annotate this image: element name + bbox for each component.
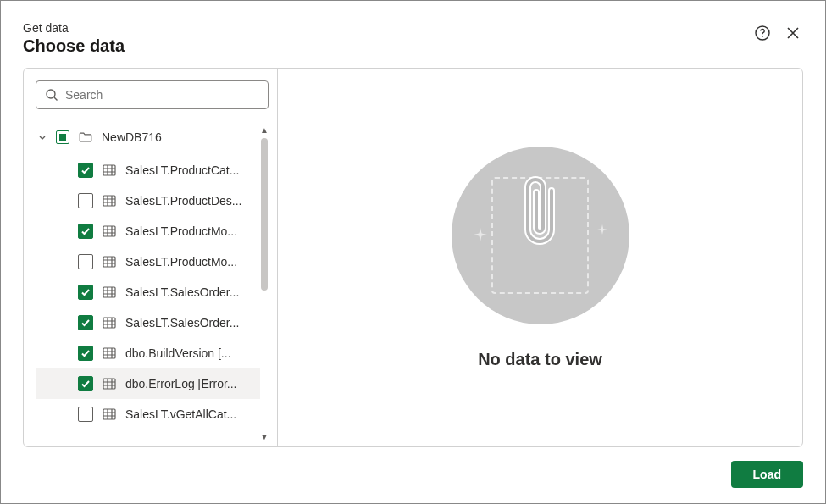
- svg-rect-3: [103, 165, 115, 175]
- svg-rect-11: [103, 409, 115, 419]
- page-title: Choose data: [23, 36, 125, 56]
- table-icon: [102, 376, 117, 391]
- tree-item[interactable]: SalesLT.vGetAllCat...: [36, 399, 260, 429]
- dialog-body: NewDB716 SalesLT.ProductCat...SalesLT.Pr…: [23, 68, 803, 447]
- tree-item[interactable]: SalesLT.ProductMo...: [36, 246, 260, 277]
- svg-point-2: [47, 90, 55, 98]
- checkbox[interactable]: [78, 254, 93, 269]
- dialog-header: Get data Choose data: [23, 21, 803, 56]
- preview-pane: No data to view: [278, 69, 802, 446]
- table-icon: [102, 224, 117, 239]
- svg-rect-5: [103, 226, 115, 236]
- tree-item-label: SalesLT.SalesOrder...: [125, 316, 239, 330]
- empty-state-graphic: [452, 147, 629, 324]
- svg-rect-7: [103, 287, 115, 297]
- checkbox-indeterminate[interactable]: [56, 130, 69, 144]
- tree-inner: NewDB716 SalesLT.ProductCat...SalesLT.Pr…: [36, 125, 260, 441]
- svg-rect-4: [103, 196, 115, 206]
- object-tree: NewDB716 SalesLT.ProductCat...SalesLT.Pr…: [36, 125, 269, 441]
- table-icon: [102, 315, 117, 330]
- close-icon: [785, 25, 801, 41]
- folder-icon: [78, 130, 93, 145]
- table-icon: [102, 346, 117, 361]
- dialog-footer: Load: [23, 461, 803, 488]
- checkbox[interactable]: [78, 407, 93, 422]
- tree-item[interactable]: SalesLT.SalesOrder...: [36, 307, 260, 338]
- scroll-thumb[interactable]: [261, 138, 268, 291]
- svg-rect-8: [103, 318, 115, 328]
- table-icon: [102, 407, 117, 422]
- scrollbar[interactable]: ▲ ▼: [260, 125, 269, 441]
- help-icon: [754, 25, 771, 42]
- navigator-pane: NewDB716 SalesLT.ProductCat...SalesLT.Pr…: [24, 69, 278, 446]
- scroll-down-arrow-icon[interactable]: ▼: [260, 433, 269, 441]
- tree-item-label: SalesLT.SalesOrder...: [125, 285, 239, 299]
- search-icon: [45, 88, 58, 102]
- svg-rect-6: [103, 257, 115, 267]
- sparkle-icon: [597, 224, 607, 235]
- header-actions: [752, 23, 803, 43]
- chevron-down-icon: [37, 132, 47, 142]
- checkbox[interactable]: [78, 193, 93, 208]
- checkbox[interactable]: [78, 315, 93, 330]
- tree-item[interactable]: SalesLT.ProductDes...: [36, 186, 260, 216]
- tree-item-label: dbo.BuildVersion [...: [125, 346, 231, 360]
- tree-root-label: NewDB716: [102, 130, 162, 144]
- svg-rect-10: [103, 379, 115, 389]
- tree-item-label: SalesLT.ProductMo...: [125, 224, 237, 238]
- tree-root-row[interactable]: NewDB716: [36, 125, 260, 150]
- close-button[interactable]: [783, 23, 803, 43]
- supertitle: Get data: [23, 21, 125, 35]
- search-box[interactable]: [36, 80, 269, 109]
- checkbox[interactable]: [78, 346, 93, 361]
- sparkle-icon: [474, 228, 487, 241]
- scroll-up-arrow-icon[interactable]: ▲: [260, 126, 269, 135]
- svg-point-1: [762, 36, 762, 37]
- checkbox[interactable]: [78, 376, 93, 391]
- tree-item-label: SalesLT.vGetAllCat...: [125, 407, 236, 421]
- table-icon: [102, 254, 117, 269]
- load-button[interactable]: Load: [731, 461, 803, 488]
- checkbox[interactable]: [78, 224, 93, 239]
- tree-items: SalesLT.ProductCat...SalesLT.ProductDes.…: [36, 155, 260, 429]
- tree-item[interactable]: dbo.ErrorLog [Error...: [36, 368, 260, 399]
- table-icon: [102, 285, 117, 300]
- table-icon: [102, 193, 117, 208]
- tree-item[interactable]: SalesLT.ProductMo...: [36, 216, 260, 246]
- tree-item[interactable]: SalesLT.ProductCat...: [36, 155, 260, 186]
- choose-data-dialog: Get data Choose data: [0, 0, 826, 504]
- tree-item-label: SalesLT.ProductMo...: [125, 255, 237, 269]
- tree-item-label: SalesLT.ProductCat...: [125, 163, 239, 177]
- table-icon: [102, 163, 117, 178]
- tree-item[interactable]: dbo.BuildVersion [...: [36, 338, 260, 368]
- empty-state-text: No data to view: [478, 350, 602, 369]
- help-button[interactable]: [752, 23, 773, 43]
- search-input[interactable]: [65, 88, 259, 102]
- titles: Get data Choose data: [23, 21, 125, 56]
- paperclip-icon: [518, 170, 563, 255]
- tree-item[interactable]: SalesLT.SalesOrder...: [36, 277, 260, 307]
- tree-item-label: dbo.ErrorLog [Error...: [125, 377, 237, 390]
- svg-rect-9: [103, 348, 115, 358]
- tree-item-label: SalesLT.ProductDes...: [125, 194, 241, 208]
- checkbox[interactable]: [78, 285, 93, 300]
- checkbox[interactable]: [78, 163, 93, 178]
